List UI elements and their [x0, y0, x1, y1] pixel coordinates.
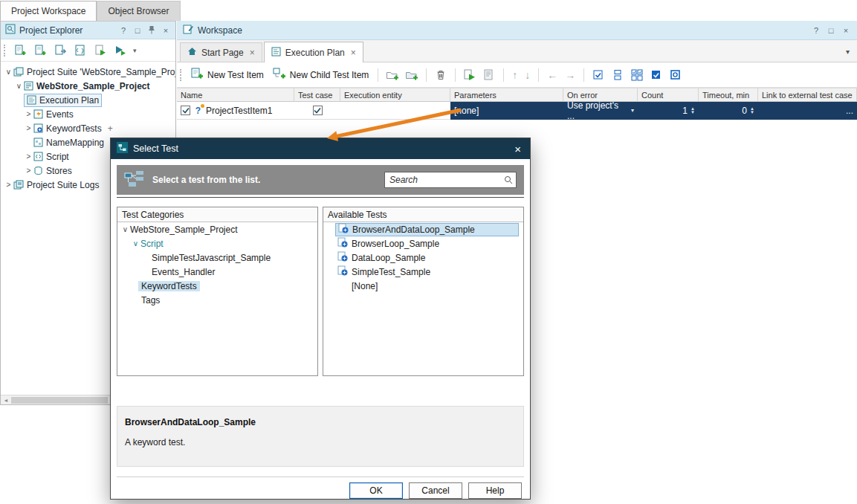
uncheck-all-icon[interactable]: [668, 67, 683, 83]
column-header-name[interactable]: Name: [177, 88, 294, 102]
tab-list-dropdown-icon[interactable]: ▾: [846, 48, 850, 56]
help-icon[interactable]: ?: [118, 26, 129, 35]
new-child-test-item-icon: [273, 68, 286, 82]
chevron-right-icon[interactable]: >: [24, 167, 33, 175]
tab-object-browser[interactable]: Object Browser: [97, 1, 180, 21]
ok-button[interactable]: OK: [349, 482, 403, 499]
tree-item-project-suite[interactable]: ∨ Project Suite 'WebStore_Sample_Project…: [1, 65, 175, 79]
category-simpletestjavascript[interactable]: SimpleTestJavascript_Sample: [117, 251, 317, 265]
group-items-icon[interactable]: [610, 67, 625, 83]
column-header-parameters[interactable]: Parameters: [450, 88, 563, 102]
document-tab-bar: Project Workspace Object Browser: [0, 0, 857, 21]
row-count-cell[interactable]: 1 ▲▼: [638, 102, 699, 120]
check-selected-icon[interactable]: [649, 67, 664, 83]
row-name-cell[interactable]: ? ProjectTestItem1: [177, 102, 294, 120]
row-link-cell[interactable]: ...: [758, 102, 857, 120]
chevron-down-icon[interactable]: ∨: [4, 68, 13, 76]
toolbar-overflow-icon[interactable]: ▾: [133, 47, 137, 54]
chevron-right-icon[interactable]: >: [24, 124, 33, 132]
events-icon: [33, 109, 43, 119]
test-dataloop[interactable]: DataLoop_Sample: [323, 251, 523, 265]
indent-icon[interactable]: →: [563, 69, 577, 81]
delete-icon[interactable]: [433, 67, 448, 83]
chevron-right-icon[interactable]: >: [24, 152, 33, 161]
move-down-icon[interactable]: ↓: [523, 69, 531, 81]
test-browserloop[interactable]: BrowserLoop_Sample: [323, 236, 523, 251]
tab-execution-plan[interactable]: Execution Plan ×: [264, 42, 363, 62]
close-icon[interactable]: ×: [161, 26, 171, 35]
maximize-icon[interactable]: □: [132, 26, 143, 35]
chevron-right-icon[interactable]: >: [4, 181, 13, 189]
run-selected-icon[interactable]: [462, 67, 477, 83]
column-header-count[interactable]: Count: [638, 88, 699, 102]
new-child-group-icon[interactable]: [404, 67, 419, 83]
move-up-icon[interactable]: ↑: [511, 69, 519, 81]
check-all-icon[interactable]: [630, 67, 644, 83]
close-icon[interactable]: ×: [511, 143, 524, 155]
new-test-item-button[interactable]: New Test Item: [188, 66, 266, 83]
close-icon[interactable]: ×: [841, 26, 851, 35]
row-timeout-cell[interactable]: 0 ▲▼: [699, 102, 758, 120]
maximize-icon[interactable]: □: [826, 26, 836, 35]
test-browseranddataloop[interactable]: BrowserAndDataLoop_Sample: [323, 222, 523, 236]
toolbar-grip[interactable]: [4, 45, 6, 56]
chevron-down-icon[interactable]: ∨: [131, 239, 140, 248]
scrollbar-thumb[interactable]: [11, 397, 108, 404]
test-simpletest[interactable]: SimpleTest_Sample: [323, 265, 523, 279]
tree-item-events[interactable]: > Events: [1, 107, 175, 121]
new-group-icon[interactable]: [385, 67, 400, 83]
tab-start-page[interactable]: Start Page ×: [180, 42, 262, 62]
add-new-test-icon[interactable]: [33, 42, 48, 59]
test-categories-list: Test Categories ∨ WebStore_Sample_Projec…: [117, 207, 318, 376]
count-spinner[interactable]: ▲▼: [691, 107, 695, 114]
cancel-button[interactable]: Cancel: [409, 482, 462, 499]
select-test-icon: [117, 142, 128, 155]
enabled-checkbox[interactable]: [181, 106, 190, 115]
run-project-icon[interactable]: [93, 42, 108, 59]
column-header-link[interactable]: Link to external test case: [758, 88, 857, 102]
show-log-icon[interactable]: [482, 67, 497, 83]
category-project[interactable]: ∨ WebStore_Sample_Project: [117, 222, 317, 236]
chevron-right-icon[interactable]: >: [24, 110, 33, 118]
column-header-test-case[interactable]: Test case: [294, 88, 340, 102]
search-input[interactable]: [384, 172, 517, 188]
workspace-header: Workspace ? □ ×: [177, 21, 857, 40]
code-editor-icon[interactable]: [73, 42, 88, 59]
category-events-handler[interactable]: Events_Handler: [117, 265, 317, 279]
outdent-icon[interactable]: ←: [546, 69, 559, 81]
pin-icon[interactable]: [146, 25, 157, 36]
add-new-item-icon[interactable]: [13, 42, 28, 59]
link-ellipsis-button[interactable]: ...: [846, 106, 853, 116]
chevron-down-icon[interactable]: ∨: [14, 82, 24, 90]
scroll-left-icon[interactable]: ◄: [1, 398, 11, 403]
chevron-down-icon[interactable]: ∨: [120, 225, 130, 233]
tree-item-keywordtests[interactable]: > KeywordTests +: [1, 121, 175, 135]
add-keyword-test-icon[interactable]: +: [108, 123, 113, 134]
test-item-name[interactable]: ProjectTestItem1: [206, 106, 272, 116]
add-existing-item-icon[interactable]: [53, 42, 68, 59]
tree-item-project[interactable]: ∨ WebStore_Sample_Project: [1, 79, 175, 93]
column-header-timeout[interactable]: Timeout, min: [699, 88, 758, 102]
column-header-execution-entity[interactable]: Execution entity: [340, 88, 450, 102]
category-keywordtests[interactable]: KeywordTests: [117, 279, 317, 293]
new-child-test-item-button[interactable]: New Child Test Item: [271, 66, 371, 83]
close-tab-icon[interactable]: ×: [250, 48, 255, 58]
toolbar-grip[interactable]: [180, 69, 182, 81]
close-tab-icon[interactable]: ×: [351, 48, 356, 58]
stores-icon: [33, 166, 43, 175]
test-none[interactable]: [None]: [323, 279, 523, 293]
help-icon[interactable]: ?: [811, 26, 821, 35]
category-script[interactable]: ∨ Script: [117, 236, 317, 251]
available-tests-list: Available Tests BrowserAndDataLoop_Sampl…: [323, 207, 524, 376]
timeout-spinner[interactable]: ▲▼: [750, 107, 754, 114]
help-button[interactable]: Help: [468, 482, 522, 499]
tab-project-workspace[interactable]: Project Workspace: [0, 1, 97, 21]
category-tags[interactable]: Tags: [117, 293, 317, 307]
project-explorer-header: Project Explorer ? □ ×: [1, 22, 175, 39]
tree-item-execution-plan[interactable]: Execution Plan: [1, 93, 175, 107]
enable-item-icon[interactable]: [591, 67, 606, 83]
dropdown-caret-icon[interactable]: ▾: [631, 107, 634, 114]
available-tests-header: Available Tests: [323, 207, 523, 222]
row-on-error-cell[interactable]: Use project's ... ▾: [563, 102, 638, 120]
run-suite-icon[interactable]: [113, 42, 128, 59]
